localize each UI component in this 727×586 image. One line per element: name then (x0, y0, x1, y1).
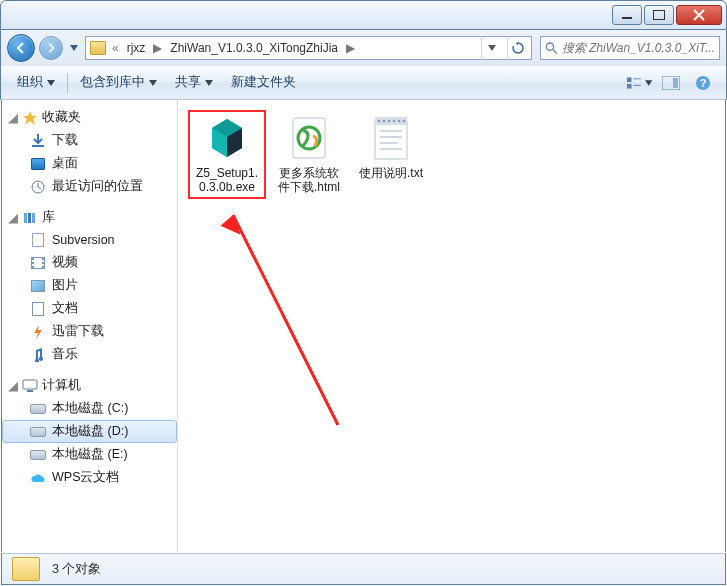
toolbar-separator (67, 73, 68, 93)
file-grid: Z5_Setup1.0.3.0b.exe 更多系统软件下载.html (188, 110, 715, 199)
sidebar-head-favorites[interactable]: ◢ 收藏夹 (2, 106, 177, 129)
library-icon (22, 210, 38, 226)
svg-rect-4 (633, 84, 640, 85)
main-area: ◢ 收藏夹 下载 桌面 最近访问的位置 ◢ 库 (1, 100, 726, 552)
svg-line-33 (233, 215, 338, 425)
breadcrumb-seg-1[interactable]: rjxz (125, 41, 148, 55)
back-button[interactable] (7, 34, 35, 62)
close-button[interactable] (676, 5, 722, 25)
library-label: 库 (42, 209, 55, 226)
svn-icon (30, 232, 46, 248)
annotation-arrow (208, 195, 348, 435)
sidebar-group-computer: ◢ 计算机 本地磁盘 (C:) 本地磁盘 (D:) 本地磁盘 (E:) WPS云… (2, 374, 177, 489)
organize-label: 组织 (17, 74, 43, 91)
address-bar-row: « rjxz ▶ ZhiWan_V1.0.3.0_XiTongZhiJia ▶ (0, 30, 727, 66)
html-icon (285, 114, 333, 162)
svg-rect-6 (673, 78, 678, 88)
sidebar-item-drive-c[interactable]: 本地磁盘 (C:) (2, 397, 177, 420)
file-item-txt[interactable]: 使用说明.txt (352, 110, 430, 184)
toolbar: 组织 包含到库中 共享 新建文件夹 ? (0, 66, 727, 100)
cloud-icon (30, 470, 46, 486)
picture-icon (30, 278, 46, 294)
favorites-label: 收藏夹 (42, 109, 81, 126)
sidebar-item-drive-e[interactable]: 本地磁盘 (E:) (2, 443, 177, 466)
svg-rect-3 (627, 83, 632, 88)
desktop-icon (30, 156, 46, 172)
forward-button[interactable] (39, 36, 63, 60)
thunder-icon (30, 324, 46, 340)
exe-icon (203, 114, 251, 162)
breadcrumb-seg-2[interactable]: ZhiWan_V1.0.3.0_XiTongZhiJia (168, 41, 340, 55)
item-label: 桌面 (52, 155, 78, 172)
sidebar-head-library[interactable]: ◢ 库 (2, 206, 177, 229)
download-icon (30, 133, 46, 149)
search-input[interactable] (562, 41, 715, 55)
sidebar-item-music[interactable]: 音乐 (2, 343, 177, 366)
view-options-button[interactable] (626, 72, 652, 94)
svg-rect-14 (27, 390, 33, 392)
minimize-button[interactable] (612, 5, 642, 25)
sidebar-item-drive-d[interactable]: 本地磁盘 (D:) (2, 420, 177, 443)
file-label: 更多系统软件下载.html (274, 166, 344, 195)
organize-menu[interactable]: 组织 (9, 70, 63, 95)
file-content-area[interactable]: Z5_Setup1.0.3.0b.exe 更多系统软件下载.html (178, 100, 725, 552)
include-label: 包含到库中 (80, 74, 145, 91)
address-box[interactable]: « rjxz ▶ ZhiWan_V1.0.3.0_XiTongZhiJia ▶ (85, 36, 532, 60)
sidebar-item-recent[interactable]: 最近访问的位置 (2, 175, 177, 198)
new-folder-button[interactable]: 新建文件夹 (223, 70, 304, 95)
drive-icon (30, 401, 46, 417)
computer-icon (22, 378, 38, 394)
sidebar-item-desktop[interactable]: 桌面 (2, 152, 177, 175)
status-bar: 3 个对象 (1, 553, 726, 585)
txt-icon (367, 114, 415, 162)
include-in-library-menu[interactable]: 包含到库中 (72, 70, 165, 95)
sidebar-item-pictures[interactable]: 图片 (2, 274, 177, 297)
computer-label: 计算机 (42, 377, 81, 394)
preview-pane-button[interactable] (658, 72, 684, 94)
help-button[interactable]: ? (690, 72, 716, 94)
sidebar-item-videos[interactable]: 视频 (2, 251, 177, 274)
search-icon (545, 41, 558, 55)
sidebar-head-computer[interactable]: ◢ 计算机 (2, 374, 177, 397)
video-icon (30, 255, 46, 271)
share-label: 共享 (175, 74, 201, 91)
breadcrumb-sep: ▶ (346, 41, 355, 55)
address-dropdown[interactable] (481, 36, 501, 60)
svg-rect-2 (633, 78, 640, 79)
search-box[interactable] (540, 36, 720, 60)
sidebar-item-thunder[interactable]: 迅雷下载 (2, 320, 177, 343)
file-item-exe[interactable]: Z5_Setup1.0.3.0b.exe (188, 110, 266, 199)
folder-icon (90, 41, 106, 55)
chevron-down-icon (205, 79, 213, 87)
svg-rect-21 (375, 121, 407, 159)
chevron-down-icon (47, 79, 55, 87)
item-label: 本地磁盘 (D:) (52, 423, 128, 440)
svg-rect-10 (24, 213, 27, 223)
item-label: 图片 (52, 277, 78, 294)
refresh-button[interactable] (507, 36, 527, 60)
sidebar-item-documents[interactable]: 文档 (2, 297, 177, 320)
sidebar-item-subversion[interactable]: Subversion (2, 229, 177, 251)
maximize-button[interactable] (644, 5, 674, 25)
newfolder-label: 新建文件夹 (231, 74, 296, 91)
item-label: 本地磁盘 (E:) (52, 446, 128, 463)
svg-point-25 (388, 120, 391, 123)
sidebar-item-wps-cloud[interactable]: WPS云文档 (2, 466, 177, 489)
item-label: 视频 (52, 254, 78, 271)
title-bar (0, 0, 727, 30)
window-controls (612, 5, 722, 25)
sidebar-item-downloads[interactable]: 下载 (2, 129, 177, 152)
navigation-sidebar[interactable]: ◢ 收藏夹 下载 桌面 最近访问的位置 ◢ 库 (2, 100, 178, 552)
collapse-icon: ◢ (8, 213, 18, 223)
nav-history-dropdown[interactable] (67, 39, 81, 57)
status-folder-icon (12, 557, 40, 581)
music-icon (30, 347, 46, 363)
share-menu[interactable]: 共享 (167, 70, 221, 95)
drive-icon (30, 447, 46, 463)
svg-point-23 (378, 120, 381, 123)
document-icon (30, 301, 46, 317)
svg-rect-13 (23, 380, 37, 389)
chevron-down-icon (149, 79, 157, 87)
file-item-html[interactable]: 更多系统软件下载.html (270, 110, 348, 199)
breadcrumb-prefix: « (112, 41, 119, 55)
